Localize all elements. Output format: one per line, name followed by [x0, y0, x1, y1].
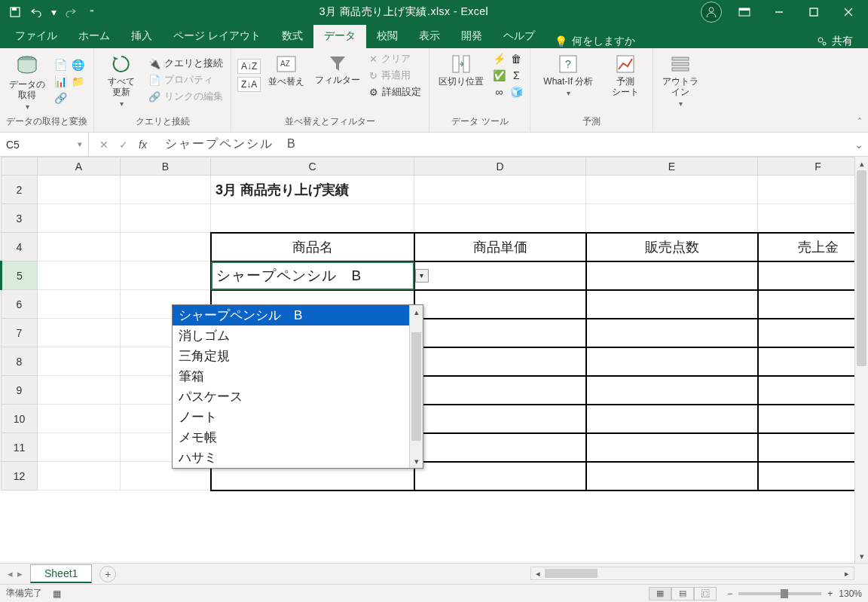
validation-dropdown[interactable]: シャープペンシル B 消しゴム 三角定規 筆箱 パスケース ノート メモ帳 ハサ…	[172, 304, 423, 469]
scroll-thumb[interactable]	[411, 332, 421, 441]
vertical-scrollbar[interactable]: ▴ ▾	[854, 157, 868, 563]
select-all-corner[interactable]	[2, 157, 38, 176]
advanced-filter-item[interactable]: ⚙詳細設定	[368, 84, 423, 99]
remove-dup-icon[interactable]: 🗑	[509, 51, 524, 66]
cell-C2[interactable]: 3月 商品売り上げ実績	[211, 176, 414, 204]
page-break-view-button[interactable]: ⿴	[694, 587, 717, 600]
hscroll-thumb[interactable]	[545, 569, 598, 578]
vscroll-thumb[interactable]	[857, 170, 866, 366]
zoom-slider[interactable]	[738, 592, 821, 595]
normal-view-button[interactable]: ▦	[649, 587, 671, 600]
maximize-button[interactable]	[797, 1, 830, 23]
relationships-icon[interactable]: ∞	[491, 84, 506, 99]
filter-button[interactable]: フィルター	[312, 51, 363, 99]
new-sheet-button[interactable]: +	[99, 566, 116, 582]
whatif-button[interactable]: ? What-If 分析 ▾	[536, 51, 600, 99]
zoom-in-button[interactable]: +	[827, 588, 833, 599]
dropdown-item[interactable]: 筆箱	[173, 366, 409, 387]
cell-C4[interactable]: 商品名	[211, 233, 414, 261]
dropdown-item[interactable]: 消しゴム	[173, 325, 409, 346]
vscroll-down-icon[interactable]: ▾	[855, 549, 868, 563]
col-D[interactable]: D	[414, 157, 586, 176]
hscroll-left-icon[interactable]: ◂	[531, 569, 545, 579]
cell-E4[interactable]: 販売点数	[586, 233, 758, 261]
manage-data-model-icon[interactable]: 🧊	[509, 84, 524, 99]
ribbon-display-icon[interactable]	[728, 1, 761, 23]
dropdown-item[interactable]: メモ帳	[173, 427, 409, 448]
text-to-columns-button[interactable]: 区切り位置	[436, 51, 487, 99]
tab-file[interactable]: ファイル	[5, 25, 68, 48]
tell-me[interactable]: 💡 何をしますか	[546, 35, 644, 48]
from-web-icon[interactable]: 🌐	[70, 57, 85, 72]
col-B[interactable]: B	[121, 157, 211, 176]
from-text-icon[interactable]: 📄	[53, 57, 68, 72]
dropdown-scrollbar[interactable]: ▴ ▾	[409, 305, 423, 468]
tab-data[interactable]: データ	[313, 25, 366, 48]
tab-pagelayout[interactable]: ページ レイアウト	[163, 25, 271, 48]
row-2[interactable]: 2	[2, 176, 38, 204]
formula-input[interactable]: シャープペンシル B	[157, 136, 854, 152]
sort-button[interactable]: AZ 並べ替え	[265, 51, 307, 99]
collapse-ribbon-icon[interactable]: ˄	[857, 117, 862, 127]
row-5[interactable]: 5	[2, 261, 38, 290]
account-avatar[interactable]	[701, 2, 722, 23]
col-E[interactable]: E	[586, 157, 758, 176]
data-validation-dropdown-button[interactable]: ▾	[415, 269, 429, 283]
row-9[interactable]: 9	[2, 376, 38, 405]
sort-asc-icon[interactable]: A↓Z	[237, 59, 261, 74]
row-8[interactable]: 8	[2, 347, 38, 376]
scroll-down-icon[interactable]: ▾	[410, 454, 423, 468]
sort-desc-icon[interactable]: Z↓A	[237, 77, 261, 92]
queries-connections-item[interactable]: 🔌クエリと接続	[147, 56, 225, 71]
enter-icon[interactable]: ✓	[119, 139, 128, 151]
name-box-dropdown-icon[interactable]: ▾	[78, 139, 82, 149]
redo-icon[interactable]	[63, 5, 78, 20]
tab-review[interactable]: 校閲	[366, 25, 408, 48]
fx-icon[interactable]: fx	[139, 139, 147, 151]
zoom-out-button[interactable]: −	[727, 588, 732, 599]
flash-fill-icon[interactable]: ⚡	[491, 51, 506, 66]
column-headers[interactable]: A B C D E F	[2, 157, 869, 176]
outline-button[interactable]: アウトラ イン ▾	[659, 51, 701, 109]
cell-D4[interactable]: 商品単価	[414, 233, 586, 261]
row-7[interactable]: 7	[2, 319, 38, 347]
row-10[interactable]: 10	[2, 405, 38, 433]
from-table-icon[interactable]: 📊	[53, 74, 68, 89]
dropdown-item[interactable]: ハサミ	[173, 448, 409, 468]
existing-conn-icon[interactable]: 🔗	[53, 90, 68, 105]
cell-F4[interactable]: 売上金	[758, 233, 869, 261]
qat-customize-icon[interactable]: ⁼	[84, 5, 99, 20]
scroll-up-icon[interactable]: ▴	[410, 305, 423, 319]
data-validation-icon[interactable]: ✅	[491, 68, 506, 83]
refresh-all-button[interactable]: すべて 更新 ▾	[100, 51, 142, 109]
get-data-button[interactable]: データの 取得 ▾	[6, 51, 48, 112]
row-4[interactable]: 4	[2, 233, 38, 261]
share-button[interactable]: 共有	[806, 35, 863, 48]
close-button[interactable]	[832, 1, 865, 23]
undo-dropdown-icon[interactable]: ▾	[50, 5, 57, 20]
dropdown-item[interactable]: ノート	[173, 407, 409, 427]
tab-view[interactable]: 表示	[408, 25, 451, 48]
vscroll-up-icon[interactable]: ▴	[855, 157, 868, 170]
dropdown-item[interactable]: パスケース	[173, 387, 409, 407]
tab-formulas[interactable]: 数式	[271, 25, 313, 48]
tab-home[interactable]: ホーム	[68, 25, 121, 48]
tab-help[interactable]: ヘルプ	[493, 25, 546, 48]
page-layout-view-button[interactable]: ▤	[671, 587, 694, 600]
row-3[interactable]: 3	[2, 204, 38, 233]
formula-expand-icon[interactable]: ⌄	[854, 139, 868, 151]
undo-icon[interactable]	[29, 5, 44, 20]
tab-developer[interactable]: 開発	[451, 25, 493, 48]
sheet-tab-1[interactable]: Sheet1	[30, 564, 92, 583]
tab-insert[interactable]: 挿入	[121, 25, 163, 48]
forecast-sheet-button[interactable]: 予測 シート	[604, 51, 646, 99]
recent-sources-icon[interactable]: 📁	[70, 74, 85, 89]
cell-C5[interactable]: シャープペンシル B ▾	[211, 261, 414, 290]
row-6[interactable]: 6	[2, 290, 38, 319]
save-icon[interactable]	[8, 5, 23, 20]
macro-record-icon[interactable]: ▦	[53, 588, 61, 599]
name-box[interactable]: C5 ▾	[0, 133, 89, 156]
minimize-button[interactable]	[763, 1, 796, 23]
col-A[interactable]: A	[38, 157, 121, 176]
hscroll-right-icon[interactable]: ▸	[840, 569, 854, 579]
